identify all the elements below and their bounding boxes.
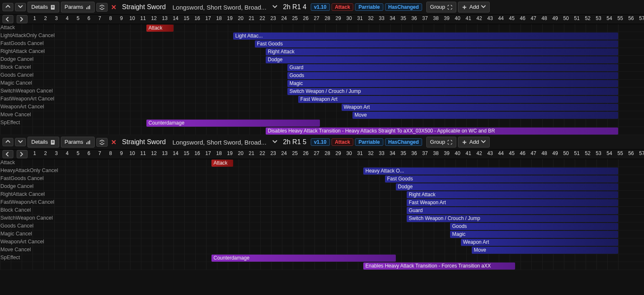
collapse-up-button[interactable]	[3, 3, 13, 11]
ruler-tick: 37	[422, 150, 428, 156]
group-icon	[447, 140, 453, 145]
bar-label: Disables Heavy Attack Transition - Heavy…	[268, 128, 495, 134]
ruler-tick: 40	[455, 15, 460, 21]
chevron-down-icon[interactable]	[271, 5, 279, 10]
group-button[interactable]: Group	[426, 2, 456, 12]
timeline-bar[interactable]: Fast Weapon Art	[298, 96, 618, 103]
document-icon	[50, 140, 55, 145]
details-label: Details	[31, 3, 48, 11]
timeline-bar[interactable]: Right Attack	[266, 48, 618, 55]
ruler-tick: 57	[639, 150, 644, 156]
chevron-down-icon[interactable]	[271, 140, 279, 145]
bar-label: Right Attack	[409, 192, 435, 198]
bar-label: Enables Heavy Attack Transition - Forces…	[365, 263, 491, 269]
track-row: FastWeaponArt Cancel Fast Weapon Art	[0, 95, 644, 103]
track-label: Magic Cancel	[0, 231, 32, 237]
compress-button[interactable]	[96, 138, 108, 147]
add-label: Add	[469, 3, 479, 11]
timeline-bar[interactable]: Goods	[450, 223, 618, 230]
timeline-bar[interactable]: Magic	[287, 80, 618, 87]
timeline-bar[interactable]: Weapon Art	[461, 239, 618, 246]
timeline-bar[interactable]: Fast Weapon Art	[407, 199, 618, 206]
timeline-bar[interactable]: Switch Weapon / Crouch / Jump	[287, 88, 618, 95]
svg-rect-10	[52, 142, 54, 142]
bar-label: Guard	[289, 65, 303, 70]
scroll-left-button[interactable]	[3, 150, 13, 158]
ruler-tick: 37	[422, 15, 428, 21]
track-row: Block Cancel Guard	[0, 64, 644, 72]
timeline-bar[interactable]: Attack	[146, 25, 174, 32]
timeline-bar[interactable]: Fast Goods	[255, 40, 618, 48]
ruler-tick: 38	[433, 150, 438, 156]
timeline-bar[interactable]: Goods	[287, 72, 618, 79]
track-row: Attack Attack	[0, 159, 644, 167]
frame-ruler[interactable]: 1234567891011121314151617181920212223242…	[29, 15, 644, 24]
timeline-bar[interactable]: Enables Heavy Attack Transition - Forces…	[363, 262, 515, 270]
compress-button[interactable]	[96, 3, 108, 12]
ruler-tick: 17	[205, 150, 211, 156]
tag-attack: Attack	[332, 138, 354, 146]
ruler-tick: 36	[411, 150, 417, 156]
collapse-up-button[interactable]	[3, 138, 13, 146]
close-icon[interactable]: ✕	[109, 3, 118, 11]
scroll-right-button[interactable]	[17, 15, 28, 23]
ruler-tick: 32	[368, 150, 373, 156]
bar-label: Weapon Art	[344, 104, 370, 110]
scroll-left-button[interactable]	[3, 15, 13, 23]
ruler-tick: 10	[129, 15, 135, 21]
ruler-tick: 20	[238, 150, 243, 156]
collapse-down-button[interactable]	[15, 138, 26, 146]
svg-rect-9	[52, 141, 54, 141]
ruler-tick: 20	[238, 15, 243, 21]
panel-toolbar: Details Params ✕ Straight Sword Longswor…	[0, 0, 644, 15]
plus-icon	[462, 5, 467, 10]
details-button[interactable]: Details	[28, 2, 59, 12]
ruler-tick: 16	[194, 150, 200, 156]
ruler-tick: 45	[509, 150, 514, 156]
ruler-tick: 48	[541, 150, 547, 156]
close-icon[interactable]: ✕	[109, 138, 118, 146]
timeline-bar[interactable]: Disables Heavy Attack Transition - Heavy…	[266, 128, 618, 135]
add-button[interactable]: Add	[458, 137, 490, 148]
track-label: Dodge Cancel	[0, 183, 33, 189]
ruler-tick: 2	[44, 15, 47, 21]
timeline-bar[interactable]: Right Attack	[407, 191, 618, 198]
track-label: FastWeaponArt Cancel	[0, 199, 54, 205]
timeline-bar[interactable]: Counterdamage	[211, 255, 396, 262]
timeline-bar[interactable]: Counterdamage	[146, 120, 320, 127]
bar-label: Move	[355, 112, 367, 118]
details-button[interactable]: Details	[28, 137, 59, 148]
ruler-tick: 38	[433, 15, 438, 21]
timeline-bar[interactable]: Guard	[287, 64, 618, 71]
track-row: Move Cancel Move	[0, 111, 644, 119]
timeline-bar[interactable]: Heavy Attack O...	[363, 168, 618, 175]
add-button[interactable]: Add	[458, 2, 490, 12]
timeline-bar[interactable]: Switch Weapon / Crouch / Jump	[407, 215, 618, 222]
timeline-bar[interactable]: Move	[352, 112, 618, 119]
bar-label: Fast Weapon Art	[300, 96, 337, 102]
ruler-tick: 19	[227, 15, 232, 21]
ruler-tick: 42	[476, 150, 482, 156]
params-button[interactable]: Params	[61, 137, 95, 148]
collapse-down-button[interactable]	[15, 3, 26, 11]
timeline-bar[interactable]: Guard	[407, 207, 618, 214]
bar-label: Move	[474, 247, 486, 253]
svg-rect-4	[86, 8, 87, 9]
timeline-bar[interactable]: Magic	[450, 231, 618, 238]
frame-ruler[interactable]: 1234567891011121314151617181920212223242…	[29, 150, 644, 159]
timeline-bar[interactable]: Light Attac...	[233, 32, 618, 40]
track-row: SpEffect Counterdamage	[0, 119, 644, 127]
tracks-area[interactable]: Attack Attack LightAttackOnly Cancel Lig…	[0, 24, 644, 135]
scroll-right-button[interactable]	[17, 150, 28, 158]
ruler-tick: 19	[227, 150, 232, 156]
tracks-area[interactable]: Attack Attack HeavyAttackOnly Cancel Hea…	[0, 159, 644, 270]
timeline-bar[interactable]: Weapon Art	[342, 104, 618, 111]
version-tag: v1.10	[311, 3, 330, 11]
timeline-bar[interactable]: Attack	[211, 160, 233, 167]
params-button[interactable]: Params	[61, 2, 95, 12]
timeline-bar[interactable]: Dodge	[266, 56, 618, 63]
timeline-bar[interactable]: Move	[472, 247, 618, 254]
timeline-bar[interactable]: Dodge	[396, 183, 618, 190]
timeline-bar[interactable]: Fast Goods	[385, 175, 618, 182]
group-button[interactable]: Group	[426, 137, 456, 148]
